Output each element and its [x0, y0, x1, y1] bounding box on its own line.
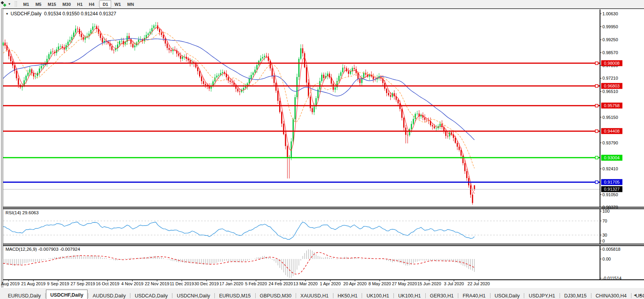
- date-tick-label: 27 May 2020: [392, 281, 417, 286]
- tab-scroll-right-icon[interactable]: ►: [639, 293, 642, 297]
- chart-tab-dj30-m15[interactable]: DJ30,M15: [560, 291, 591, 299]
- rsi-tick-label: 0: [602, 239, 605, 243]
- chart-tab-uk100-h1[interactable]: UK100,H1: [362, 291, 393, 299]
- level-price-label: 0.95758: [601, 103, 622, 109]
- tab-separator: [524, 293, 524, 298]
- tab-scroll-controls: ◄ ►: [633, 293, 642, 297]
- tab-separator: [362, 293, 362, 298]
- chart-tab-usdjpy-h1[interactable]: USDJPY,H1: [525, 291, 559, 299]
- date-tick-label: 1 Apr 2020: [320, 281, 340, 286]
- rsi-tick-label: 30: [602, 233, 607, 237]
- price-tick-label: 0.91050: [602, 192, 618, 197]
- date-tick-label: 24 Feb 2020: [269, 281, 293, 286]
- chart-tab-usdcnh-daily[interactable]: USDCNH,Daily: [173, 291, 214, 299]
- level-price-label: 0.98008: [601, 60, 622, 66]
- panel-divider-macd[interactable]: [3, 244, 644, 246]
- rsi-tick-label: 70: [602, 219, 607, 223]
- date-tick-label: 8 May 2020: [368, 281, 391, 286]
- tab-separator: [425, 293, 426, 298]
- date-tick-label: 21 Aug 2019: [21, 281, 46, 286]
- chart-tab-eurusd-m15[interactable]: EURUSD,M15: [215, 291, 255, 299]
- date-tick-label: 16 Oct 2019: [96, 281, 119, 286]
- chart-tab-audusd-daily[interactable]: AUDUSD,Daily: [89, 291, 130, 299]
- date-tick-label: 4 Nov 2019: [121, 281, 143, 286]
- date-tick-label: 17 Jan 2020: [220, 281, 243, 286]
- tab-separator: [45, 293, 46, 298]
- tab-separator: [172, 293, 172, 298]
- tab-scroll-left-icon[interactable]: ◄: [633, 293, 637, 297]
- date-tick-label: 30 Dec 2019: [194, 281, 219, 286]
- level-price-label: 0.93004: [601, 155, 622, 160]
- chart-tab-eurusd-daily[interactable]: EURUSD,Daily: [4, 291, 45, 299]
- chart-tabs: EURUSD,DailyUSDCHF,DailyAUDUSD,DailyUSDC…: [4, 289, 644, 299]
- tab-separator: [88, 293, 88, 298]
- level-price-label: 0.91705: [601, 179, 622, 185]
- chart-tab-bar: EURUSD,DailyUSDCHF,DailyAUDUSD,DailyUSDC…: [0, 288, 644, 299]
- chart-tab-uk100-h1[interactable]: UK100,H1: [394, 291, 425, 299]
- price-tick-label: 1.00630: [602, 11, 618, 16]
- macd-tick-label: -0.011514: [602, 276, 622, 281]
- date-tick-label: 27 Sep 2019: [71, 281, 95, 286]
- date-tick-label: 22 Jul 2020: [468, 281, 490, 286]
- price-tick-label: 0.99950: [602, 24, 618, 29]
- chart-tab-xauusd-h1[interactable]: XAUUSD,H1: [296, 291, 333, 299]
- date-tick-label: 22 Nov 2019: [145, 281, 169, 286]
- time-axis-line: [3, 279, 644, 280]
- date-tick-label: 9 Sep 2019: [47, 281, 69, 286]
- price-tick-label: 0.92410: [602, 166, 618, 171]
- date-tick-label: 15 Jun 2020: [417, 281, 441, 286]
- date-tick-label: 13 Mar 2020: [293, 281, 318, 286]
- tab-separator: [296, 293, 296, 298]
- price-tick-label: 0.97210: [602, 76, 618, 80]
- rsi-tick-label: 100: [602, 209, 609, 213]
- macd-label: MACD(12,26,9) -0.007903 -0.007924: [5, 247, 80, 252]
- tab-separator: [214, 293, 215, 298]
- current-price-label: 0.91327: [601, 186, 622, 192]
- tab-separator: [333, 293, 333, 298]
- date-tick-label: 2 Aug 2019: [0, 281, 20, 286]
- date-tick-label: 11 Dec 2019: [170, 281, 194, 286]
- price-tick-label: 0.98570: [602, 50, 618, 55]
- tab-separator: [591, 293, 591, 298]
- date-tick-label: 5 Feb 2020: [245, 281, 267, 286]
- panel-divider-rsi[interactable]: [3, 207, 644, 209]
- price-tick-label: 0.95150: [602, 115, 618, 120]
- trading-platform-window: ▼ M1M5M15M30H1H4D1W1MN ▼USDCHF,Daily 0.9…: [0, 0, 644, 299]
- level-price-label: 0.96803: [601, 83, 622, 89]
- chart-plot-area[interactable]: [3, 9, 600, 207]
- price-tick-label: 0.93790: [602, 140, 618, 145]
- chart-tab-fra40-h1[interactable]: FRA40,H1: [459, 291, 489, 299]
- level-price-label: 0.94408: [601, 128, 622, 134]
- chart-tab-usdcad-daily[interactable]: USDCAD,Daily: [131, 291, 172, 299]
- tab-separator: [393, 293, 394, 298]
- date-tick-label: 20 Apr 2020: [343, 281, 366, 286]
- tab-separator: [255, 293, 256, 298]
- tab-separator: [631, 293, 631, 298]
- chart-tab-gbpusd-m30[interactable]: GBPUSD,M30: [256, 291, 296, 299]
- macd-tick-label: 0.00: [602, 257, 611, 261]
- chart-tab-usoil-daily[interactable]: USOil,Daily: [491, 291, 524, 299]
- price-tick-label: 0.96510: [602, 89, 618, 94]
- tab-separator: [490, 293, 490, 298]
- chart-tab-china300-h4[interactable]: CHINA300,H4: [592, 291, 631, 299]
- macd-tick-label: 0.005818: [602, 247, 620, 252]
- date-tick-label: 3 Jul 2020: [444, 281, 464, 286]
- tab-separator: [130, 293, 130, 298]
- tab-separator: [560, 293, 560, 298]
- chart-tab-hk50-h1[interactable]: HK50,H1: [334, 291, 362, 299]
- chart-tab-ger30-h1[interactable]: GER30,H1: [426, 291, 457, 299]
- chart-tab-usdchf-daily[interactable]: USDCHF,Daily: [46, 290, 88, 299]
- tab-separator: [458, 293, 458, 298]
- price-tick-label: 0.99250: [602, 37, 618, 42]
- rsi-label: RSI(14) 29.6063: [5, 210, 38, 215]
